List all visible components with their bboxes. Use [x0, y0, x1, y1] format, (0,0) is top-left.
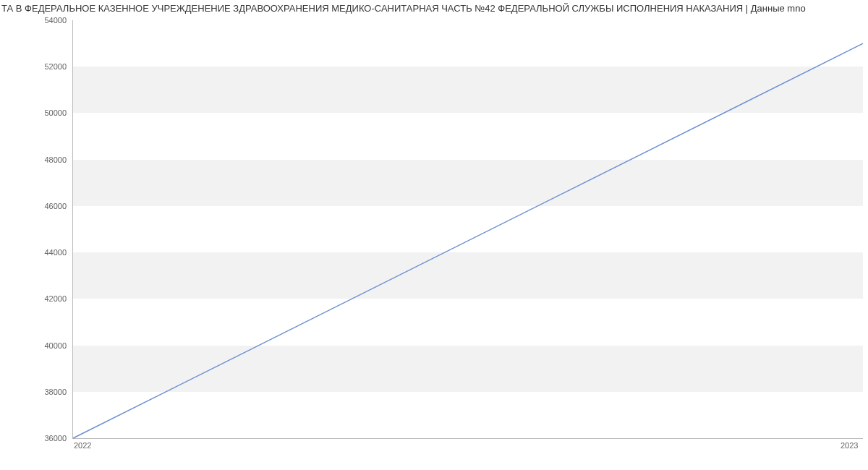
y-tick-label: 50000 — [9, 108, 67, 117]
x-tick-label: 2022 — [74, 441, 91, 450]
chart-title: ТА В ФЕДЕРАЛЬНОЕ КАЗЕННОЕ УЧРЕЖДЕНЕНИЕ З… — [0, 3, 868, 14]
x-tick-label: 2023 — [841, 441, 858, 450]
y-tick-label: 54000 — [9, 16, 67, 25]
y-tick-label: 46000 — [9, 202, 67, 210]
y-tick-label: 38000 — [9, 388, 67, 396]
y-tick-label: 52000 — [9, 62, 67, 71]
y-tick-label: 40000 — [9, 341, 67, 350]
y-tick-label: 44000 — [9, 248, 67, 257]
y-tick-label: 48000 — [9, 155, 67, 164]
plot-area — [72, 20, 863, 439]
line-series — [73, 20, 863, 438]
y-tick-label: 36000 — [9, 434, 67, 443]
y-tick-label: 42000 — [9, 294, 67, 303]
